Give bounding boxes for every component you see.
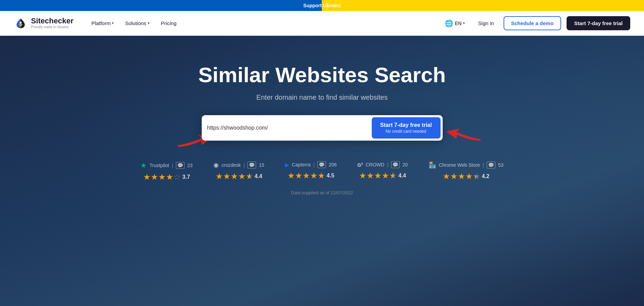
hero-subtitle: Enter domain name to find similar websit… xyxy=(256,94,388,101)
crozdesk-count: 15 xyxy=(259,162,264,168)
star-icon: ★ xyxy=(443,172,450,181)
nav-platform[interactable]: Platform ▾ xyxy=(87,18,118,29)
star-icon: ★ xyxy=(143,172,151,182)
g2crowd-icon: G2 xyxy=(357,162,363,168)
crozdesk-icon: ◉ xyxy=(213,161,219,169)
ratings-section: ★ Trustpilot | 💬 23 ★ ★ ★ ★ ☆ 3.7 ◉ croz… xyxy=(140,161,503,182)
crozdesk-value: 4.4 xyxy=(255,173,262,179)
nav-pricing[interactable]: Pricing xyxy=(157,18,181,29)
ukraine-banner: Support Ukraine xyxy=(0,0,644,11)
star-icon: ★ xyxy=(166,172,173,182)
star-icon: ★ xyxy=(382,171,389,181)
nav-solutions[interactable]: Solutions ▾ xyxy=(121,18,154,29)
trustpilot-value: 3.7 xyxy=(182,174,190,180)
star-icon: ★ xyxy=(303,171,310,181)
language-selector[interactable]: 🌐 EN ▾ xyxy=(441,17,468,30)
chat-icon: 💬 xyxy=(176,162,184,169)
rating-capterra: ▶ Capterra | 💬 206 ★ ★ ★ ★ ★ 4.5 xyxy=(285,161,337,181)
star-half-icon: ★ xyxy=(318,171,325,181)
chrome-icon: 🏪 xyxy=(429,161,436,169)
header: Sitechecker Proudly made in Ukraine Plat… xyxy=(0,11,644,36)
rating-chrome: 🏪 Chrome Web Store | 💬 53 ★ ★ ★ ★ ★ 4.2 xyxy=(429,161,504,181)
g2crowd-label: CROWD xyxy=(366,162,384,167)
rating-trustpilot: ★ Trustpilot | 💬 23 ★ ★ ★ ★ ☆ 3.7 xyxy=(140,161,192,182)
right-arrow-icon xyxy=(443,122,484,142)
chrome-label: Chrome Web Store xyxy=(439,162,480,168)
chevron-down-icon: ▾ xyxy=(463,21,465,25)
rating-g2crowd: G2 CROWD | 💬 20 ★ ★ ★ ★ ★ 4.4 xyxy=(357,161,408,181)
rating-crozdesk: ◉ crozdesk | 💬 15 ★ ★ ★ ★ ★ 4.4 xyxy=(213,161,264,181)
g2crowd-value: 4.4 xyxy=(398,173,406,179)
star-icon: ★ xyxy=(450,172,458,181)
capterra-value: 4.5 xyxy=(327,173,334,179)
search-input[interactable] xyxy=(207,125,372,131)
capterra-label: Capterra xyxy=(292,162,310,167)
star-icon: ★ xyxy=(310,171,318,181)
logo-tagline: Proudly made in Ukraine xyxy=(31,25,74,30)
trustpilot-label: Trustpilot xyxy=(149,163,169,168)
globe-icon: 🌐 xyxy=(445,19,453,28)
search-btn-sub-text: No credit card needed xyxy=(386,129,426,134)
star-icon: ★ xyxy=(231,172,238,181)
data-supplied-text: Data supplied as of 12/07/2022 xyxy=(291,190,353,195)
capterra-count: 206 xyxy=(329,162,337,167)
crozdesk-label: crozdesk xyxy=(222,162,241,168)
chat-icon: 💬 xyxy=(391,161,400,168)
g2crowd-count: 20 xyxy=(402,162,408,167)
hero-title: Similar Websites Search xyxy=(198,63,446,87)
search-btn-main-text: Start 7-day free trial xyxy=(380,122,432,128)
chevron-down-icon: ▾ xyxy=(148,21,150,25)
star-icon: ★ xyxy=(215,172,223,181)
star-icon: ★ xyxy=(367,171,374,181)
star-icon: ★ xyxy=(158,172,166,182)
chat-icon: 💬 xyxy=(247,162,256,168)
sign-in-button[interactable]: Sign in xyxy=(474,18,498,29)
star-icon: ★ xyxy=(223,172,231,181)
chat-icon: 💬 xyxy=(487,162,495,168)
star-icon: ★ xyxy=(374,171,382,181)
nav-pricing-label: Pricing xyxy=(161,20,177,26)
main-nav: Platform ▾ Solutions ▾ Pricing xyxy=(87,18,442,29)
star-half-icon: ★ xyxy=(246,172,253,181)
star-icon: ★ xyxy=(359,171,367,181)
logo-icon xyxy=(14,17,28,30)
nav-solutions-label: Solutions xyxy=(125,20,146,26)
trustpilot-count: 23 xyxy=(187,163,193,168)
star-icon: ★ xyxy=(465,172,473,181)
search-wrapper: Start 7-day free trial No credit card ne… xyxy=(14,115,630,161)
start-trial-header-button[interactable]: Start 7-day free trial xyxy=(567,16,630,30)
capterra-icon: ▶ xyxy=(285,162,289,168)
header-right: 🌐 EN ▾ Sign in Schedule a demo Start 7-d… xyxy=(441,16,630,30)
logo-text: Sitechecker Proudly made in Ukraine xyxy=(31,17,74,30)
chevron-down-icon: ▾ xyxy=(112,21,114,25)
star-icon: ★ xyxy=(151,172,158,182)
hero-section: Similar Websites Search Enter domain nam… xyxy=(0,36,644,306)
chat-icon: 💬 xyxy=(317,161,326,168)
ukraine-banner-text: Support Ukraine xyxy=(303,3,341,8)
logo-link[interactable]: Sitechecker Proudly made in Ukraine xyxy=(14,17,74,30)
search-container: Start 7-day free trial No credit card ne… xyxy=(202,115,443,141)
svg-point-0 xyxy=(20,22,22,24)
chrome-value: 4.2 xyxy=(482,173,489,179)
search-trial-button[interactable]: Start 7-day free trial No credit card ne… xyxy=(372,117,441,139)
star-half-icon: ★ xyxy=(473,172,481,181)
star-icon: ★ xyxy=(295,171,303,181)
star-icon: ★ xyxy=(458,172,465,181)
chrome-count: 53 xyxy=(498,162,504,168)
trustpilot-icon: ★ xyxy=(140,161,147,170)
star-icon: ★ xyxy=(287,171,295,181)
nav-platform-label: Platform xyxy=(92,20,111,26)
star-icon: ★ xyxy=(238,172,246,181)
logo-name: Sitechecker xyxy=(31,17,74,25)
schedule-demo-button[interactable]: Schedule a demo xyxy=(504,16,561,30)
star-half-icon: ★ xyxy=(389,171,397,181)
star-empty-icon: ☆ xyxy=(173,172,181,182)
lang-label: EN xyxy=(455,21,461,26)
